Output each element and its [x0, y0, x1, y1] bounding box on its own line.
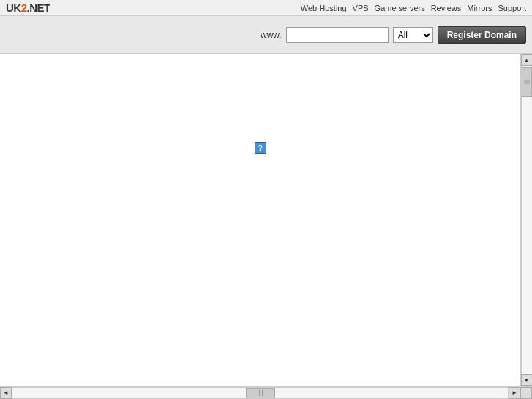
right-arrow-icon: ►	[512, 389, 517, 396]
register-domain-button[interactable]: Register Domain	[438, 26, 526, 44]
tld-select[interactable]: All .com .net .org .co.uk	[393, 27, 433, 43]
up-arrow-icon: ▲	[524, 57, 530, 64]
nav-vps[interactable]: VPS	[353, 4, 369, 12]
main-content: ?	[0, 54, 520, 386]
h-scrollbar: ◄ ►	[0, 387, 520, 399]
nav-game-servers[interactable]: Game servers	[375, 4, 425, 12]
h-scroll-track[interactable]	[12, 387, 509, 399]
logo-uk: UK	[6, 1, 21, 14]
nav-mirrors[interactable]: Mirrors	[467, 4, 492, 12]
scroll-up-button[interactable]: ▲	[521, 54, 533, 66]
scroll-left-button[interactable]: ◄	[0, 387, 12, 399]
logo-dot-net: .NET	[27, 1, 50, 14]
scrollbar-corner	[520, 387, 532, 399]
domain-input[interactable]	[286, 27, 389, 43]
scroll-down-button[interactable]: ▼	[521, 374, 533, 386]
main-wrapper: ? ▲ ▼	[0, 54, 532, 386]
placeholder-icon: ?	[255, 142, 266, 154]
logo: UK2.NET	[6, 1, 50, 14]
h-grip-dot-4	[262, 390, 263, 396]
left-arrow-icon: ◄	[3, 389, 9, 396]
h-grip-dot-3	[261, 390, 261, 396]
nav-reviews[interactable]: Reviews	[431, 4, 462, 12]
scroll-right-button[interactable]: ►	[509, 387, 520, 399]
h-grip-dot-1	[258, 390, 258, 396]
nav: Web Hosting VPS Game servers Reviews Mir…	[301, 4, 526, 12]
h-scroll-thumb[interactable]	[246, 388, 275, 398]
logo-two: 2	[21, 1, 27, 14]
bottom-bar: ◄ ►	[0, 386, 532, 399]
h-grip-dots	[258, 390, 263, 396]
grip-line-3	[524, 83, 530, 84]
grip-line-1	[524, 81, 530, 81]
header: UK2.NET Web Hosting VPS Game servers Rev…	[0, 0, 532, 16]
right-scrollbar: ▲ ▼	[520, 54, 532, 386]
scroll-thumb[interactable]	[522, 67, 532, 97]
nav-support[interactable]: Support	[498, 4, 526, 12]
down-arrow-icon: ▼	[524, 377, 530, 384]
grip-line-2	[524, 82, 530, 83]
www-label: www.	[261, 30, 282, 40]
scroll-grip	[524, 81, 530, 84]
scroll-track[interactable]	[521, 66, 532, 374]
h-grip-dot-2	[259, 390, 260, 396]
placeholder-icon-label: ?	[258, 143, 263, 152]
search-bar: www. All .com .net .org .co.uk Register …	[0, 16, 532, 54]
nav-web-hosting[interactable]: Web Hosting	[301, 4, 347, 12]
